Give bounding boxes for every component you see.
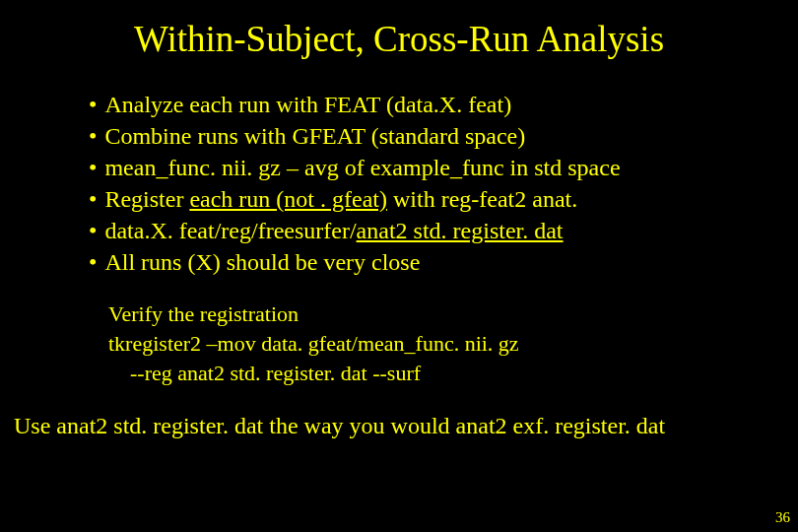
bullet-text: Analyze each run with FEAT (data.X. feat… xyxy=(104,90,511,121)
bullet-text: data.X. feat/reg/freesurfer/anat2 std. r… xyxy=(104,216,563,247)
slide: Within-Subject, Cross-Run Analysis • Ana… xyxy=(0,0,798,532)
bullet-text: All runs (X) should be very close xyxy=(104,247,420,279)
sub-line: Verify the registration xyxy=(108,299,798,329)
bullet-marker: • xyxy=(89,153,97,184)
sub-line: tkregister2 –mov data. gfeat/mean_func. … xyxy=(108,329,798,359)
page-number: 36 xyxy=(775,509,790,526)
slide-title: Within-Subject, Cross-Run Analysis xyxy=(0,0,798,90)
sub-block: Verify the registration tkregister2 –mov… xyxy=(0,278,798,387)
bullet-item: • All runs (X) should be very close xyxy=(89,247,759,279)
bullet-marker: • xyxy=(89,247,97,279)
bullet-item: • data.X. feat/reg/freesurfer/anat2 std.… xyxy=(89,216,759,247)
bullet-marker: • xyxy=(89,90,97,121)
sub-line: --reg anat2 std. register. dat --surf xyxy=(108,359,798,388)
bullet-item: • Register each run (not . gfeat) with r… xyxy=(89,184,759,216)
bullet-item: • Analyze each run with FEAT (data.X. fe… xyxy=(89,90,759,121)
bullet-marker: • xyxy=(89,121,97,153)
bullet-marker: • xyxy=(89,216,97,247)
bullet-list: • Analyze each run with FEAT (data.X. fe… xyxy=(0,90,798,278)
bullet-text: Combine runs with GFEAT (standard space) xyxy=(104,121,525,153)
bullet-text: mean_func. nii. gz – avg of example_func… xyxy=(104,153,620,184)
footer-text: Use anat2 std. register. dat the way you… xyxy=(0,388,798,439)
bullet-item: • mean_func. nii. gz – avg of example_fu… xyxy=(89,153,759,184)
bullet-text: Register each run (not . gfeat) with reg… xyxy=(104,184,577,216)
bullet-item: • Combine runs with GFEAT (standard spac… xyxy=(89,121,759,153)
bullet-marker: • xyxy=(89,184,97,216)
